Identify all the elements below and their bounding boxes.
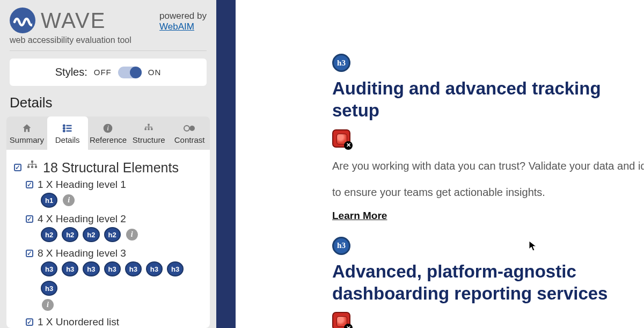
panel-title: Details bbox=[0, 91, 216, 116]
contrast-icon bbox=[184, 122, 195, 134]
svg-point-12 bbox=[184, 126, 189, 131]
svg-rect-11 bbox=[151, 128, 152, 130]
info-icon: i bbox=[102, 122, 114, 134]
tab-structure[interactable]: Structure bbox=[128, 116, 169, 150]
item-checkbox[interactable] bbox=[26, 250, 33, 257]
styles-label: Styles: bbox=[55, 66, 87, 78]
item-checkbox[interactable] bbox=[26, 215, 33, 223]
h3-badge-icon[interactable]: h3 bbox=[104, 261, 121, 276]
svg-rect-17 bbox=[35, 166, 37, 168]
tab-summary[interactable]: Summary bbox=[6, 116, 47, 150]
section-paragraph: Are you working with data you can trust?… bbox=[332, 157, 644, 175]
close-icon[interactable]: ✕ bbox=[344, 324, 353, 328]
structure-section-icon bbox=[26, 159, 39, 176]
badge-row: h2 h2 h2 h2 i bbox=[41, 227, 202, 242]
error-annotation-icon[interactable]: ✕ bbox=[332, 312, 350, 328]
styles-toggle[interactable] bbox=[118, 67, 142, 78]
h2-badge-icon[interactable]: h2 bbox=[62, 227, 78, 242]
tabstrip: Summary Details i Reference Structure bbox=[6, 116, 210, 150]
h2-badge-icon[interactable]: h2 bbox=[104, 227, 121, 242]
page-section: h3 Advanced, platform-agnostic dashboard… bbox=[332, 237, 644, 329]
h2-badge-icon[interactable]: h2 bbox=[41, 227, 57, 242]
section-checkbox[interactable] bbox=[14, 164, 21, 171]
svg-rect-16 bbox=[31, 166, 33, 168]
section-heading: Auditing and advanced tracking setup bbox=[332, 77, 644, 122]
h2-badge-icon[interactable]: h2 bbox=[83, 227, 99, 242]
styles-toggle-card: Styles: OFF ON bbox=[10, 59, 207, 86]
item-label: 8 X Heading level 3 bbox=[38, 247, 126, 259]
svg-rect-9 bbox=[145, 128, 147, 130]
h3-badge-icon[interactable]: h3 bbox=[41, 261, 57, 276]
item-label: 1 X Heading level 1 bbox=[38, 179, 126, 191]
svg-rect-8 bbox=[148, 123, 150, 125]
details-body: 18 Structural Elements 1 X Heading level… bbox=[6, 150, 210, 328]
h3-annotation-icon[interactable]: h3 bbox=[332, 54, 350, 72]
sidebar-header: WAVE powered by WebAIM bbox=[0, 0, 216, 35]
list-icon bbox=[62, 122, 74, 134]
svg-point-4 bbox=[63, 130, 65, 132]
detail-item: 4 X Heading level 2 bbox=[26, 213, 202, 225]
structure-icon bbox=[143, 122, 155, 134]
home-icon bbox=[21, 122, 33, 134]
webaim-link[interactable]: WebAIM bbox=[159, 21, 194, 32]
tab-structure-label: Structure bbox=[133, 135, 165, 144]
tab-reference[interactable]: i Reference bbox=[88, 116, 129, 150]
svg-point-0 bbox=[63, 125, 65, 126]
learn-more-link[interactable]: Learn More bbox=[332, 210, 387, 222]
error-annotation-icon[interactable]: ✕ bbox=[332, 129, 350, 148]
powered-by-label: powered by bbox=[159, 11, 207, 21]
h3-badge-icon[interactable]: h3 bbox=[167, 261, 184, 276]
brand-tagline: web accessibility evaluation tool bbox=[10, 35, 207, 51]
h3-badge-icon[interactable]: h3 bbox=[146, 261, 163, 276]
section-label: 18 Structural Elements bbox=[43, 160, 179, 176]
item-checkbox[interactable] bbox=[26, 318, 33, 326]
badge-row: h1 i bbox=[41, 193, 202, 208]
detail-item: 8 X Heading level 3 bbox=[26, 247, 202, 259]
wave-sidebar: WAVE powered by WebAIM web accessibility… bbox=[0, 0, 216, 328]
h3-badge-icon[interactable]: h3 bbox=[83, 261, 99, 276]
tab-summary-label: Summary bbox=[10, 135, 44, 144]
info-icon[interactable]: i bbox=[126, 229, 138, 240]
tab-contrast-label: Contrast bbox=[174, 135, 205, 144]
detail-item: 1 X Heading level 1 bbox=[26, 179, 202, 191]
info-icon[interactable]: i bbox=[63, 194, 75, 206]
h3-badge-icon[interactable]: h3 bbox=[41, 281, 57, 296]
h1-badge-icon[interactable]: h1 bbox=[41, 193, 57, 208]
item-label: 4 X Heading level 2 bbox=[38, 213, 126, 225]
styles-off-label: OFF bbox=[94, 68, 112, 77]
svg-point-2 bbox=[63, 127, 65, 129]
tab-details[interactable]: Details bbox=[47, 116, 88, 150]
styles-on-label: ON bbox=[148, 68, 162, 77]
brand-name: WAVE bbox=[41, 9, 106, 33]
powered-by: powered by WebAIM bbox=[159, 8, 207, 32]
item-label: 1 X Unordered list bbox=[38, 316, 119, 328]
badge-row-info: i bbox=[41, 299, 202, 311]
section-heading: Advanced, platform-agnostic dashboarding… bbox=[332, 260, 643, 305]
svg-rect-14 bbox=[31, 161, 33, 163]
detail-item: 1 X Unordered list bbox=[26, 316, 202, 328]
tab-contrast[interactable]: Contrast bbox=[169, 116, 210, 150]
tabs-card: Summary Details i Reference Structure bbox=[6, 116, 210, 328]
panel-divider bbox=[216, 0, 236, 328]
wave-logo-icon bbox=[10, 8, 35, 33]
h3-annotation-icon[interactable]: h3 bbox=[332, 237, 350, 255]
tab-reference-label: Reference bbox=[90, 135, 127, 144]
close-icon[interactable]: ✕ bbox=[344, 141, 353, 150]
structural-section-header: 18 Structural Elements bbox=[14, 159, 202, 176]
svg-rect-10 bbox=[148, 128, 150, 130]
svg-point-13 bbox=[189, 126, 195, 131]
h3-badge-icon[interactable]: h3 bbox=[62, 261, 78, 276]
svg-rect-15 bbox=[27, 166, 30, 168]
evaluated-page: Data h3 Auditing and advanced tracking s… bbox=[236, 0, 644, 328]
info-icon[interactable]: i bbox=[42, 299, 54, 311]
h3-badge-icon[interactable]: h3 bbox=[125, 261, 142, 276]
tab-details-label: Details bbox=[55, 135, 80, 144]
section-paragraph: to ensure your teams get actionable insi… bbox=[332, 184, 644, 201]
page-section: h3 Auditing and advanced tracking setup … bbox=[332, 54, 644, 237]
badge-row: h3 h3 h3 h3 h3 h3 h3 h3 bbox=[41, 261, 202, 296]
item-checkbox[interactable] bbox=[26, 181, 33, 188]
